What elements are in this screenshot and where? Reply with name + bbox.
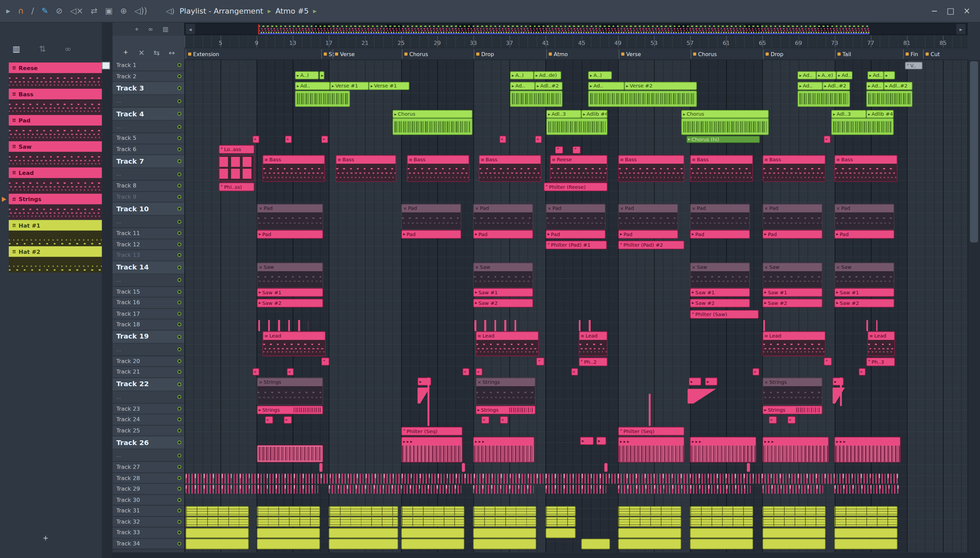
pattern-item-saw[interactable]: ≡Saw bbox=[9, 141, 102, 167]
audio-clip-waveform[interactable] bbox=[588, 90, 697, 107]
hat-audio-clip[interactable] bbox=[473, 528, 536, 538]
collapsed-track-row[interactable]: ... bbox=[113, 216, 184, 228]
note-bar[interactable] bbox=[320, 463, 323, 472]
track-header-track-3[interactable]: Track 3 bbox=[113, 82, 184, 95]
track-header-track-33[interactable]: Track 33 bbox=[113, 527, 184, 538]
pattern-clip[interactable]: ≡Lead bbox=[579, 331, 607, 356]
audio-clip[interactable]: ▸Ad.. bbox=[836, 71, 853, 79]
audio-clip[interactable]: ▸ bbox=[320, 71, 325, 79]
pattern-clip[interactable]: ≡Lead bbox=[476, 331, 539, 356]
track-header-track-32[interactable]: Track 32 bbox=[113, 517, 184, 527]
mini-clip[interactable]: « bbox=[476, 368, 483, 376]
audio-clip[interactable]: ▸Chorus bbox=[681, 110, 769, 118]
audio-clip[interactable]: ▸Verse #1 bbox=[330, 82, 369, 90]
vertical-scrollbar[interactable] bbox=[967, 60, 980, 552]
hat-audio-clip[interactable] bbox=[581, 538, 610, 549]
audio-clip[interactable]: ▸Ad.. bbox=[510, 82, 535, 90]
drum-tick-row[interactable] bbox=[545, 485, 606, 494]
hat-audio-clip[interactable] bbox=[401, 528, 465, 538]
hat-audio-clip[interactable] bbox=[329, 528, 398, 538]
hat-pattern-clip[interactable] bbox=[473, 517, 536, 527]
hat-audio-clip[interactable] bbox=[473, 538, 536, 549]
hat-audio-clip[interactable] bbox=[401, 538, 465, 549]
pattern-clip[interactable]: ≡Bass bbox=[834, 155, 898, 182]
automation-clip[interactable]: °Philter (Saw) bbox=[690, 310, 759, 319]
pattern-clip-header[interactable]: ▸Saw #2 bbox=[473, 299, 533, 308]
audio-clip[interactable]: ▸Chorus bbox=[392, 110, 472, 118]
automation-clip[interactable]: °Philter (Seq) bbox=[401, 427, 463, 435]
track-header-track-10[interactable]: Track 10 bbox=[113, 202, 184, 216]
pattern-clip-header[interactable]: ▸Pad bbox=[545, 230, 605, 239]
track-header-track-22[interactable]: Track 22 bbox=[113, 377, 184, 391]
marker-verse[interactable]: Verse bbox=[332, 49, 356, 59]
automation-clip[interactable]: °Ph..2 bbox=[579, 358, 607, 366]
track-led[interactable] bbox=[177, 74, 181, 78]
drum-tick-row[interactable] bbox=[763, 485, 823, 494]
mini-clip[interactable]: « bbox=[859, 368, 866, 376]
track-header-track-5[interactable]: Track 5 bbox=[113, 133, 184, 144]
track-header-track-6[interactable]: Track 6 bbox=[113, 144, 184, 155]
note-bars[interactable] bbox=[763, 320, 769, 331]
track-header-track-34[interactable]: Track 34 bbox=[113, 538, 184, 549]
hat-audio-clip[interactable] bbox=[690, 528, 753, 538]
track-led[interactable] bbox=[177, 465, 181, 469]
note-bars[interactable] bbox=[474, 320, 524, 331]
timeline-ruler[interactable]: 5913172125293337414549535761656973778185 bbox=[184, 36, 967, 48]
track-led[interactable] bbox=[177, 231, 181, 235]
audio-track-icon[interactable]: ⇅ bbox=[39, 44, 46, 53]
audio-clip-waveform[interactable] bbox=[831, 118, 894, 135]
automation-clip[interactable]: ° bbox=[536, 358, 545, 366]
mini-clip[interactable]: « bbox=[481, 416, 489, 423]
link-tool-icon[interactable]: ∞ bbox=[148, 26, 153, 32]
collapsed-track-row[interactable]: ... bbox=[113, 450, 184, 462]
hat-pattern-clip[interactable] bbox=[690, 517, 753, 527]
track-header-track-25[interactable]: Track 25 bbox=[113, 425, 184, 436]
mini-clip[interactable]: « bbox=[500, 416, 508, 423]
audio-clip[interactable]: ▸Ad.. bbox=[588, 82, 624, 90]
automation-icon[interactable]: ∞ bbox=[65, 44, 71, 53]
hat-pattern-clip[interactable] bbox=[401, 517, 465, 527]
audio-clip[interactable]: ▸ bbox=[884, 71, 895, 79]
collapsed-track-row[interactable]: ... bbox=[113, 168, 184, 181]
mini-clip[interactable]: « bbox=[265, 416, 273, 423]
track-led[interactable] bbox=[177, 147, 181, 151]
track-header-track-27[interactable]: Track 27 bbox=[113, 462, 184, 473]
swap-tool-icon[interactable]: ⇄ bbox=[91, 6, 98, 16]
maximize-button[interactable]: □ bbox=[944, 4, 957, 18]
pattern-clip-header[interactable]: ▸Pad bbox=[401, 230, 461, 239]
track-led[interactable] bbox=[177, 323, 181, 326]
pattern-clip[interactable]: ≡Bass bbox=[407, 155, 469, 182]
audio-clip[interactable]: ▸A..) bbox=[510, 71, 534, 79]
track-led[interactable] bbox=[177, 265, 181, 269]
audio-clip-waveform[interactable] bbox=[798, 90, 850, 107]
headphones-icon[interactable]: ∩ bbox=[18, 6, 23, 16]
minimize-button[interactable]: − bbox=[927, 4, 941, 18]
track-led[interactable] bbox=[177, 253, 181, 257]
scroll-right-arrow[interactable]: ▸ bbox=[956, 24, 966, 34]
audio-clip-sub[interactable]: ▸Chorus (hi) bbox=[686, 136, 760, 143]
hat-pattern-clip[interactable] bbox=[618, 517, 681, 527]
pattern-clip-header[interactable]: ▸ bbox=[689, 377, 701, 386]
track-led[interactable] bbox=[177, 290, 181, 294]
hat-pattern-clip[interactable] bbox=[545, 506, 575, 516]
track-header-track-16[interactable]: Track 16 bbox=[113, 297, 184, 308]
pattern-clip[interactable]: ≡Bass bbox=[763, 155, 826, 182]
track-led[interactable] bbox=[177, 498, 181, 502]
note-bars[interactable] bbox=[258, 320, 308, 331]
hat-pattern-clip[interactable] bbox=[185, 506, 249, 516]
track-led[interactable] bbox=[177, 429, 181, 432]
track-header-track-14[interactable]: Track 14 bbox=[113, 261, 184, 274]
drum-tick-row[interactable] bbox=[329, 485, 461, 494]
playlist-grid[interactable]: °V..▸A..)▸▸A..)▸Ad..de)▸A..)▸Ad..▸A..e)▸… bbox=[184, 60, 967, 552]
pattern-clip-header[interactable]: ▸ bbox=[596, 437, 606, 445]
track-header-track-4[interactable]: Track 4 bbox=[113, 108, 184, 121]
track-header-track-9[interactable]: Track 9 bbox=[113, 192, 184, 202]
drum-tick-row[interactable] bbox=[185, 485, 318, 494]
hat-pattern-clip[interactable] bbox=[473, 506, 536, 516]
automation-clip[interactable]: °Philter (Reese) bbox=[544, 182, 607, 191]
hat-pattern-clip[interactable] bbox=[185, 517, 249, 527]
track-led[interactable] bbox=[177, 476, 181, 480]
pink-audio-clip[interactable]: ▸ ▸ ▸ bbox=[834, 437, 901, 463]
pattern-clip-header[interactable]: ▸Pad bbox=[473, 230, 533, 239]
track-led[interactable] bbox=[177, 542, 181, 545]
